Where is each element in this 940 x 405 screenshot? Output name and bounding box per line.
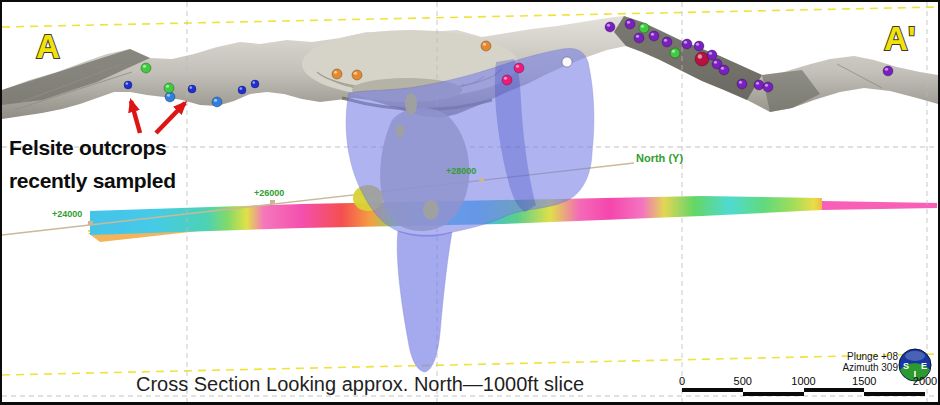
sample-point-highlight <box>564 59 567 62</box>
north-axis-label: North (Y) <box>636 152 683 164</box>
axis-tick-0: +24000 <box>52 209 82 219</box>
grid-line-yellow-upper <box>2 7 938 27</box>
sample-point-purple <box>649 31 659 41</box>
sample-point-highlight <box>354 72 357 75</box>
sample-point-highlight <box>166 85 169 88</box>
sample-point-purple <box>694 41 704 51</box>
sample-point-pink <box>514 63 524 73</box>
sample-point-highlight <box>253 81 256 84</box>
axis-station-marker <box>270 200 275 204</box>
scale-bar: 0500100015002000 <box>682 375 927 399</box>
sample-point-white <box>562 57 572 67</box>
sample-point-highlight <box>664 39 667 42</box>
sample-point-blue <box>124 81 132 89</box>
sample-point-purple <box>662 37 672 47</box>
sample-point-highlight <box>709 52 712 55</box>
sample-point-purple <box>719 65 729 75</box>
sample-point-highlight <box>714 61 717 64</box>
sample-point-purple <box>763 82 773 92</box>
cross-section-viewport: A A' S E Felsite outcrops recently sampl… <box>0 0 940 405</box>
sample-point-orange <box>352 70 362 80</box>
sample-point-highlight <box>607 24 610 27</box>
globe-letter-e: E <box>921 361 927 371</box>
azimuth-value: Azimuth 309 <box>792 362 898 373</box>
outcrop-note-line2: recently sampled <box>9 169 176 193</box>
sample-point-purple <box>634 33 644 43</box>
sample-point-lightblue <box>212 97 222 107</box>
sample-point-purple <box>605 22 615 32</box>
sample-point-blue <box>251 80 259 88</box>
sample-point-purple <box>883 66 893 76</box>
scale-label-2000: 2000 <box>913 375 937 387</box>
scale-segment <box>743 392 804 396</box>
sample-point-green <box>639 23 649 33</box>
sample-point-highlight <box>636 35 639 38</box>
outcrop-note-line1: Felsite outcrops <box>9 136 166 160</box>
axis-tick-1: +26000 <box>254 188 284 198</box>
arrow-right <box>156 103 185 133</box>
scale-label-500: 500 <box>734 375 752 387</box>
sample-point-purple <box>737 79 747 89</box>
sample-point-purple <box>682 39 692 49</box>
sample-point-pink <box>502 75 512 85</box>
sample-point-highlight <box>651 33 654 36</box>
globe-letter-s: S <box>903 361 909 371</box>
sample-point-highlight <box>126 82 129 85</box>
sample-point-green <box>670 48 680 58</box>
annotation-arrows <box>131 101 185 133</box>
scale-segment <box>804 388 865 392</box>
sample-point-highlight <box>698 54 702 58</box>
scale-label-1000: 1000 <box>791 375 815 387</box>
slice-pink-streak <box>822 201 937 210</box>
sample-point-lightblue <box>165 92 175 102</box>
sample-point-highlight <box>167 94 170 97</box>
sample-point-highlight <box>721 67 724 70</box>
sample-point-highlight <box>214 99 217 102</box>
body-stem <box>397 231 452 372</box>
plunge-value: Plunge +08 <box>792 351 898 362</box>
sample-point-blue <box>238 86 246 94</box>
sample-point-highlight <box>516 65 519 68</box>
scale-label-0: 0 <box>679 375 685 387</box>
sample-point-highlight <box>672 50 675 53</box>
sample-point-highlight <box>240 87 243 90</box>
sample-point-highlight <box>504 77 507 80</box>
sample-point-highlight <box>143 65 146 68</box>
axis-tick-2: +28000 <box>446 166 476 176</box>
sample-point-purple <box>754 80 764 90</box>
scale-label-1500: 1500 <box>852 375 876 387</box>
sample-point-purple <box>707 50 717 60</box>
sample-point-orange <box>332 69 342 79</box>
sample-point-green <box>141 63 151 73</box>
scale-segment <box>682 388 743 392</box>
section-caption: Cross Section Looking approx. North—1000… <box>136 373 584 396</box>
axis-station-marker <box>479 178 484 182</box>
sample-point-highlight <box>885 68 888 71</box>
sample-point-blue <box>188 85 196 93</box>
sample-point-highlight <box>190 86 193 89</box>
sample-point-purple <box>625 19 635 29</box>
sample-point-highlight <box>334 71 337 74</box>
sample-point-highlight <box>756 82 759 85</box>
cross-section-scene: A A' S E <box>2 2 938 402</box>
arrow-left <box>131 101 140 133</box>
sample-point-highlight <box>684 41 687 44</box>
sample-point-orange <box>481 41 491 51</box>
view-orientation-info: Plunge +08 Azimuth 309 <box>792 351 898 373</box>
sample-point-highlight <box>696 43 699 46</box>
section-label-a: A <box>36 28 60 65</box>
sample-point-highlight <box>483 43 486 46</box>
sample-point-green <box>164 83 174 93</box>
axis-station-marker <box>88 221 93 225</box>
sample-point-highlight <box>627 21 630 24</box>
sample-point-highlight <box>641 25 644 28</box>
sample-point-highlight <box>739 81 742 84</box>
scale-segment <box>864 392 925 396</box>
sample-point-highlight <box>765 84 768 87</box>
section-label-a-prime: A' <box>884 20 916 57</box>
